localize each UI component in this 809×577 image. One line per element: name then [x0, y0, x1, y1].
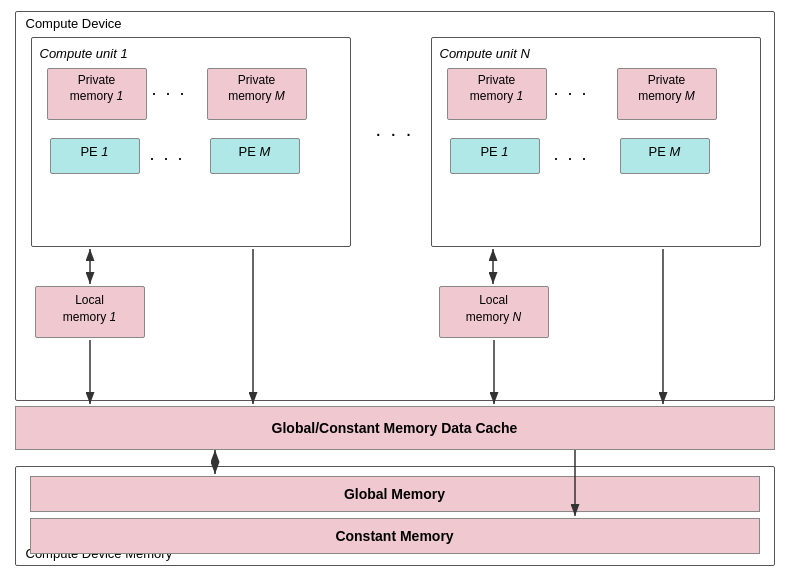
- compute-device-box: Compute Device Compute unit 1 Privatemem…: [15, 11, 775, 401]
- global-mem-box: Global Memory: [30, 476, 760, 512]
- diagram: Compute Device Compute unit 1 Privatemem…: [15, 11, 795, 566]
- pe-m-cun: PE M: [620, 138, 710, 174]
- pe-1-cu1: PE 1: [50, 138, 140, 174]
- compute-unit-n-box: Compute unit N Privatememory 1 Privateme…: [431, 37, 761, 247]
- pe-m-cu1: PE M: [210, 138, 300, 174]
- dots-compute-units: · · ·: [376, 122, 414, 145]
- dots-pe-cun: · · ·: [554, 148, 589, 169]
- compute-device-label: Compute Device: [26, 16, 122, 31]
- constant-mem-box: Constant Memory: [30, 518, 760, 554]
- local-mem-1: Localmemory 1: [35, 286, 145, 338]
- private-mem-m-cun: Privatememory M: [617, 68, 717, 120]
- pe-1-cun: PE 1: [450, 138, 540, 174]
- dots-private-cun: · · ·: [554, 83, 589, 104]
- private-mem-1-cu1: Privatememory 1: [47, 68, 147, 120]
- compute-unit-1-box: Compute unit 1 Privatememory 1 Privateme…: [31, 37, 351, 247]
- private-mem-m-cu1: Privatememory M: [207, 68, 307, 120]
- local-mem-n: Localmemory N: [439, 286, 549, 338]
- private-mem-1-cun: Privatememory 1: [447, 68, 547, 120]
- compute-unit-n-label: Compute unit N: [440, 46, 752, 61]
- dots-pe-cu1: · · ·: [150, 148, 185, 169]
- global-cache-box: Global/Constant Memory Data Cache: [15, 406, 775, 450]
- compute-unit-1-label: Compute unit 1: [40, 46, 342, 61]
- dots-private-cu1: · · ·: [152, 83, 187, 104]
